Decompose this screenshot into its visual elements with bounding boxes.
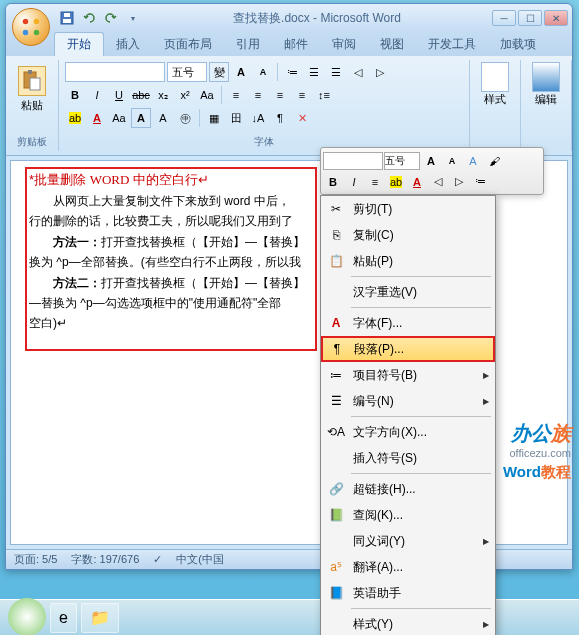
mini-format-painter-icon[interactable]: 🖌 [484,151,504,171]
menu-bullets[interactable]: ≔项目符号(B)▶ [321,362,495,388]
word-count[interactable]: 字数: 197/676 [71,552,139,567]
multilevel-icon[interactable]: ☰ [326,62,346,82]
editing-group: 编辑 [521,60,572,151]
asian-layout-button[interactable]: ㊥ [175,108,195,128]
tab-mailings[interactable]: 邮件 [272,33,320,56]
tab-home[interactable]: 开始 [54,32,104,56]
clipboard-group-title: 剪贴板 [12,135,52,149]
tab-insert[interactable]: 插入 [104,33,152,56]
mini-font-select[interactable] [323,152,383,170]
tab-view[interactable]: 视图 [368,33,416,56]
language-indicator[interactable]: 中文(中国 [176,552,224,567]
show-marks-button[interactable]: ¶ [270,108,290,128]
start-button[interactable] [8,598,46,636]
mini-font-color-button[interactable]: A [407,172,427,192]
line-spacing-icon[interactable]: ↕≡ [314,85,334,105]
mini-grow-font-icon[interactable]: A [421,151,441,171]
italic-button[interactable]: I [87,85,107,105]
font-group: 變 A A ≔ ☰ ☰ ◁ ▷ B I U abc x₂ x² Aa ≡ ≡ [59,60,470,151]
mini-italic-button[interactable]: I [344,172,364,192]
strikethrough-button[interactable]: abc [131,85,151,105]
menu-hanzi[interactable]: 汉字重选(V) [321,279,495,305]
char-border-button[interactable]: A [153,108,173,128]
doc-title: *批量删除 WORD 中的空白行↵ [29,169,317,191]
menu-lookup[interactable]: 📗查阅(K)... [321,502,495,528]
title-bar: ▾ 查找替换.docx - Microsoft Word ─ ☐ ✕ [6,4,572,32]
highlight-button[interactable]: ab [65,108,85,128]
tab-developer[interactable]: 开发工具 [416,33,488,56]
mini-indent-inc-icon[interactable]: ▷ [449,172,469,192]
tab-references[interactable]: 引用 [224,33,272,56]
bullets-icon[interactable]: ≔ [282,62,302,82]
close-button[interactable]: ✕ [544,10,568,26]
underline-button[interactable]: U [109,85,129,105]
menu-paste[interactable]: 📋粘贴(P) [321,248,495,274]
translate-icon: a⁵ [325,557,347,577]
qat-dropdown-icon[interactable]: ▾ [124,9,142,27]
menu-text-direction[interactable]: ⟲A文字方向(X)... [321,419,495,445]
align-right-icon[interactable]: ≡ [270,85,290,105]
tab-layout[interactable]: 页面布局 [152,33,224,56]
increase-indent-icon[interactable]: ▷ [370,62,390,82]
clear-format-button[interactable]: Aa [197,85,217,105]
menu-insert-symbol[interactable]: 插入符号(S) [321,445,495,471]
align-left-icon[interactable]: ≡ [226,85,246,105]
paste-button[interactable]: 粘贴 [12,62,52,117]
mini-shrink-font-icon[interactable]: A [442,151,462,171]
menu-font[interactable]: A字体(F)... [321,310,495,336]
sort-button[interactable]: ↓A [248,108,268,128]
tab-review[interactable]: 审阅 [320,33,368,56]
menu-translate[interactable]: a⁵翻译(A)... [321,554,495,580]
phonetic-guide-icon[interactable]: 變 [209,62,229,82]
menu-hyperlink[interactable]: 🔗超链接(H)... [321,476,495,502]
font-color-button[interactable]: A [87,108,107,128]
bold-button[interactable]: B [65,85,85,105]
minimize-button[interactable]: ─ [492,10,516,26]
editing-label: 编辑 [535,92,557,107]
char-shading-button[interactable]: Aa [109,108,129,128]
enclose-char-button[interactable]: A [131,108,151,128]
undo-icon[interactable] [80,9,98,27]
mini-highlight-button[interactable]: ab [386,172,406,192]
menu-styles[interactable]: 样式(Y)▶ [321,611,495,635]
office-button[interactable] [12,8,50,46]
quick-style-button[interactable]: ✕ [292,108,312,128]
editing-button[interactable]: 编辑 [527,62,565,107]
menu-copy[interactable]: ⎘复制(C) [321,222,495,248]
mini-styles-icon[interactable]: A [463,151,483,171]
styles-button[interactable]: 样式 [476,62,514,107]
menu-cut[interactable]: ✂剪切(T) [321,196,495,222]
redo-icon[interactable] [102,9,120,27]
proofing-icon[interactable]: ✓ [153,553,162,566]
menu-synonyms[interactable]: 同义词(Y)▶ [321,528,495,554]
mini-size-select[interactable] [384,152,420,170]
task-item[interactable]: 📁 [81,603,119,633]
font-size-select[interactable] [167,62,207,82]
menu-paragraph[interactable]: ¶段落(P)... [321,336,495,362]
tab-addins[interactable]: 加载项 [488,33,548,56]
numbering-icon[interactable]: ☰ [304,62,324,82]
mini-indent-dec-icon[interactable]: ◁ [428,172,448,192]
menu-english-assistant[interactable]: 📘英语助手 [321,580,495,606]
save-icon[interactable] [58,9,76,27]
menu-numbering[interactable]: ☰编号(N)▶ [321,388,495,414]
shrink-font-icon[interactable]: A [253,62,273,82]
justify-icon[interactable]: ≡ [292,85,312,105]
mini-bullets-icon[interactable]: ≔ [470,172,490,192]
grow-font-icon[interactable]: A [231,62,251,82]
maximize-button[interactable]: ☐ [518,10,542,26]
mini-bold-button[interactable]: B [323,172,343,192]
align-center-icon[interactable]: ≡ [248,85,268,105]
subscript-button[interactable]: x₂ [153,85,173,105]
window-controls: ─ ☐ ✕ [492,10,568,26]
shading-button[interactable]: ▦ [204,108,224,128]
svg-rect-9 [30,78,40,90]
lookup-icon: 📗 [325,505,347,525]
task-item[interactable]: e [50,603,77,633]
decrease-indent-icon[interactable]: ◁ [348,62,368,82]
borders-button[interactable]: 田 [226,108,246,128]
font-family-select[interactable] [65,62,165,82]
page-indicator[interactable]: 页面: 5/5 [14,552,57,567]
mini-center-button[interactable]: ≡ [365,172,385,192]
superscript-button[interactable]: x² [175,85,195,105]
